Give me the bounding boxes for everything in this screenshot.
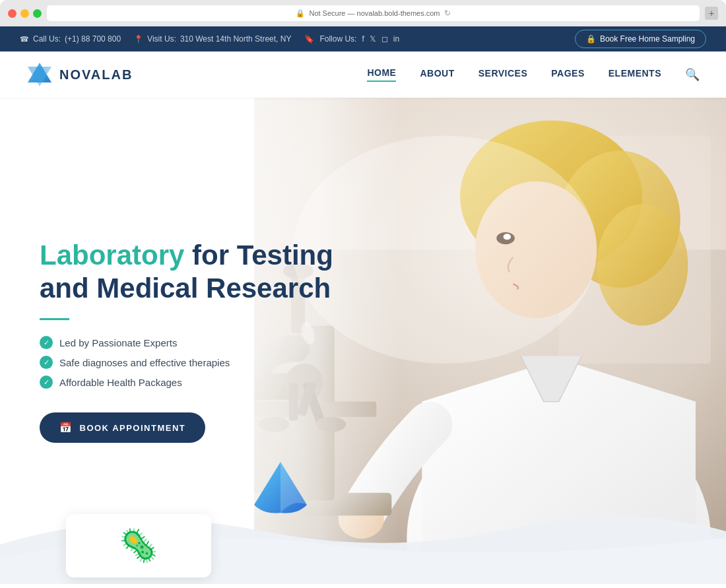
top-bar-left: ☎ Call Us: (+1) 88 700 800 📍 Visit Us: 3…: [20, 34, 399, 44]
phone-icon: ☎: [20, 35, 29, 44]
feature-item-3: ✓ Affordable Health Packages: [40, 376, 356, 389]
visit-address: 310 West 14th North Street, NY: [180, 34, 292, 44]
call-number: (+1) 88 700 800: [65, 34, 121, 44]
lock-small-icon: 🔒: [586, 34, 596, 44]
url-text: Not Secure — novalab.bold-themes.com: [309, 9, 440, 17]
call-label: Call Us:: [33, 34, 61, 44]
logo-text: NOVALAB: [59, 67, 133, 82]
nav-home[interactable]: HOME: [367, 67, 396, 82]
new-tab-button[interactable]: +: [705, 7, 718, 20]
feature-item-2: ✓ Safe diagnoses and effective therapies: [40, 356, 356, 369]
lock-icon: 🔒: [296, 9, 305, 18]
book-sample-label: Book Free Home Sampling: [600, 34, 695, 44]
follow-label: Follow Us:: [319, 34, 356, 44]
site-wrapper: ☎ Call Us: (+1) 88 700 800 📍 Visit Us: 3…: [0, 26, 726, 584]
instagram-icon[interactable]: ◻: [381, 34, 388, 44]
svg-point-10: [597, 204, 688, 325]
hero-divider: [40, 318, 69, 320]
close-button[interactable]: [8, 9, 16, 18]
book-appt-label: BOOK APPOINTMENT: [80, 423, 186, 433]
hero-title-accent: Laboratory: [40, 240, 184, 271]
visit-label: Visit Us:: [147, 34, 176, 44]
search-icon[interactable]: 🔍: [685, 67, 700, 82]
facebook-icon[interactable]: f: [362, 34, 364, 44]
feature-text-1: Led by Passionate Experts: [59, 337, 177, 348]
hero-title: Laboratory for Testingand Medical Resear…: [40, 239, 356, 306]
check-icon-1: ✓: [40, 336, 53, 349]
call-info: ☎ Call Us: (+1) 88 700 800: [20, 34, 121, 44]
refresh-icon[interactable]: ↻: [444, 9, 451, 18]
traffic-lights: [8, 9, 42, 18]
hero-features-list: ✓ Led by Passionate Experts ✓ Safe diagn…: [40, 336, 356, 389]
check-icon-2: ✓: [40, 356, 53, 369]
hero-section: Laboratory for Testingand Medical Resear…: [0, 98, 726, 584]
twitter-icon[interactable]: 𝕏: [370, 34, 376, 44]
top-bar: ☎ Call Us: (+1) 88 700 800 📍 Visit Us: 3…: [0, 26, 726, 51]
maximize-button[interactable]: [33, 9, 42, 18]
nav-services[interactable]: SERVICES: [478, 68, 528, 81]
linkedin-icon[interactable]: in: [393, 34, 399, 44]
address-bar[interactable]: 🔒 Not Secure — novalab.bold-themes.com ↻: [47, 5, 700, 21]
logo-icon: [26, 61, 53, 88]
hero-content: Laboratory for Testingand Medical Resear…: [40, 239, 356, 443]
visit-info: 📍 Visit Us: 310 West 14th North Street, …: [134, 34, 291, 44]
nav-links: HOME ABOUT SERVICES PAGES ELEMENTS 🔍: [367, 67, 700, 82]
calendar-icon: 📅: [59, 422, 73, 434]
check-icon-3: ✓: [40, 376, 53, 389]
blue-gem-decoration: [251, 459, 310, 518]
book-sample-button[interactable]: 🔒 Book Free Home Sampling: [575, 30, 706, 48]
nav-about[interactable]: ABOUT: [420, 68, 454, 81]
service-card[interactable]: 🦠: [66, 514, 211, 577]
feature-text-3: Affordable Health Packages: [59, 377, 182, 388]
logo[interactable]: NOVALAB: [26, 61, 133, 88]
nav-elements[interactable]: ELEMENTS: [609, 68, 661, 81]
nav-pages[interactable]: PAGES: [551, 68, 584, 81]
follow-icon: 🔖: [304, 34, 314, 44]
main-nav: NOVALAB HOME ABOUT SERVICES PAGES ELEMEN…: [0, 51, 726, 98]
feature-text-2: Safe diagnoses and effective therapies: [59, 357, 230, 368]
virus-icon: 🦠: [119, 527, 158, 564]
feature-item-1: ✓ Led by Passionate Experts: [40, 336, 356, 349]
browser-chrome: 🔒 Not Secure — novalab.bold-themes.com ↻…: [0, 0, 726, 26]
browser-title-bar: 🔒 Not Secure — novalab.bold-themes.com ↻…: [8, 5, 718, 26]
minimize-button[interactable]: [20, 9, 29, 18]
bottom-card-preview: 🦠: [66, 514, 211, 577]
social-info: 🔖 Follow Us: f 𝕏 ◻ in: [304, 34, 399, 44]
book-appointment-button[interactable]: 📅 BOOK APPOINTMENT: [40, 412, 205, 443]
location-icon: 📍: [134, 35, 143, 44]
